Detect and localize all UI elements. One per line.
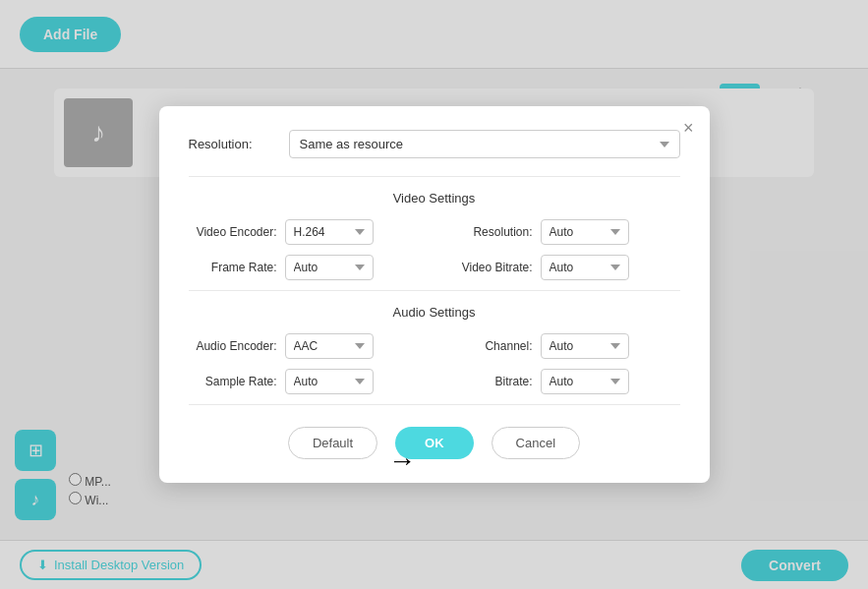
channel-row: Channel: Auto	[444, 333, 680, 359]
resolution-row: Resolution: Same as resource	[189, 130, 680, 158]
modal-footer: Default OK Cancel	[189, 427, 680, 459]
video-divider-top	[189, 176, 680, 177]
resolution-sub-select[interactable]: Auto	[541, 219, 629, 245]
default-button[interactable]: Default	[288, 427, 377, 459]
video-bitrate-select[interactable]: Auto	[541, 255, 629, 280]
video-encoder-label: Video Encoder:	[189, 225, 277, 239]
video-settings-title: Video Settings	[189, 191, 680, 206]
video-encoder-row: Video Encoder: H.264	[189, 219, 425, 245]
resolution-sub-row: Resolution: Auto	[444, 219, 680, 245]
resolution-select[interactable]: Same as resource	[289, 130, 680, 158]
channel-select[interactable]: Auto	[541, 333, 629, 359]
audio-encoder-row: Audio Encoder: AAC	[189, 333, 425, 359]
sample-rate-select[interactable]: Auto	[285, 369, 374, 394]
bitrate-label: Bitrate:	[444, 375, 533, 388]
channel-label: Channel:	[444, 339, 533, 353]
audio-settings-grid: Audio Encoder: AAC Channel: Auto Sample …	[189, 333, 680, 394]
resolution-main-label: Resolution:	[189, 137, 277, 151]
frame-rate-select[interactable]: Auto	[285, 255, 374, 280]
sample-rate-label: Sample Rate:	[189, 375, 277, 388]
modal-overlay: → × Resolution: Same as resource Video S…	[0, 0, 868, 589]
audio-encoder-label: Audio Encoder:	[189, 339, 277, 353]
audio-encoder-select[interactable]: AAC	[285, 333, 374, 359]
video-settings-grid: Video Encoder: H.264 Resolution: Auto Fr…	[189, 219, 680, 280]
resolution-sub-label: Resolution:	[444, 225, 533, 239]
video-bitrate-label: Video Bitrate:	[444, 261, 533, 274]
video-bitrate-row: Video Bitrate: Auto	[444, 255, 680, 280]
arrow-indicator: →	[388, 445, 416, 477]
footer-divider	[189, 404, 680, 405]
frame-rate-row: Frame Rate: Auto	[189, 255, 425, 280]
audio-divider-top	[189, 290, 680, 291]
frame-rate-label: Frame Rate:	[189, 261, 277, 274]
audio-settings-title: Audio Settings	[189, 305, 680, 320]
cancel-button[interactable]: Cancel	[492, 427, 580, 459]
video-encoder-select[interactable]: H.264	[285, 219, 374, 245]
modal-close-button[interactable]: ×	[683, 118, 694, 139]
bitrate-row: Bitrate: Auto	[444, 369, 680, 394]
sample-rate-row: Sample Rate: Auto	[189, 369, 425, 394]
bitrate-select[interactable]: Auto	[541, 369, 629, 394]
settings-modal: × Resolution: Same as resource Video Set…	[159, 106, 710, 483]
app-background: Add File ♪ AVI ⚙ ⊞ ♪ MP... Wi... ⬇ Insta…	[0, 0, 868, 589]
